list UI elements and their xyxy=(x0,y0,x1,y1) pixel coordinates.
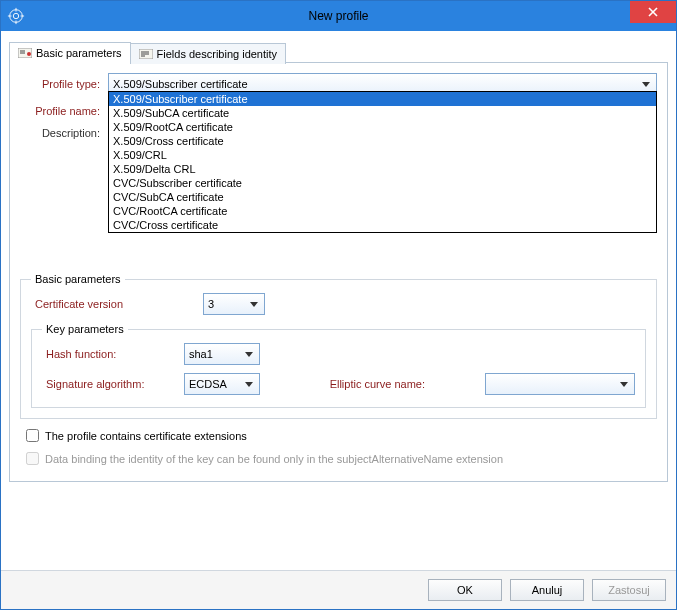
window-title: New profile xyxy=(1,9,676,23)
dropdown-option[interactable]: X.509/SubCA certificate xyxy=(109,106,656,120)
dropdown-option[interactable]: CVC/SubCA certificate xyxy=(109,190,656,204)
extensions-checkbox-label: The profile contains certificate extensi… xyxy=(45,430,247,442)
dropdown-option[interactable]: X.509/Delta CRL xyxy=(109,162,656,176)
hash-function-label: Hash function: xyxy=(46,348,176,360)
signature-algorithm-combo[interactable]: ECDSA xyxy=(184,373,260,395)
binding-checkbox-row: Data binding the identity of the key can… xyxy=(26,452,657,465)
apply-button: Zastosuj xyxy=(592,579,666,601)
title-bar: New profile xyxy=(1,1,676,31)
cert-version-combo[interactable]: 3 xyxy=(203,293,265,315)
cert-icon xyxy=(18,48,32,58)
basic-parameters-legend: Basic parameters xyxy=(31,273,125,285)
extensions-checkbox[interactable] xyxy=(26,429,39,442)
dropdown-option[interactable]: CVC/RootCA certificate xyxy=(109,204,656,218)
dialog-footer: OK Anuluj Zastosuj xyxy=(1,570,676,609)
svg-point-0 xyxy=(10,10,23,23)
cert-sub-icon xyxy=(139,49,153,59)
svg-point-11 xyxy=(27,52,31,56)
app-icon xyxy=(7,7,25,25)
signature-algorithm-label: Signature algorithm: xyxy=(46,378,176,390)
dropdown-option[interactable]: X.509/Subscriber certificate xyxy=(109,92,656,106)
elliptic-curve-label: Elliptic curve name: xyxy=(330,378,425,390)
dropdown-option[interactable]: CVC/Subscriber certificate xyxy=(109,176,656,190)
profile-type-label: Profile type: xyxy=(20,78,100,90)
dropdown-option[interactable]: CVC/Cross certificate xyxy=(109,218,656,232)
profile-type-dropdown[interactable]: X.509/Subscriber certificate X.509/SubCA… xyxy=(108,91,657,233)
tab-strip: Basic parameters Fields describing ident… xyxy=(9,41,668,63)
binding-checkbox xyxy=(26,452,39,465)
ok-button[interactable]: OK xyxy=(428,579,502,601)
key-parameters-legend: Key parameters xyxy=(42,323,128,335)
binding-checkbox-label: Data binding the identity of the key can… xyxy=(45,453,503,465)
dropdown-option[interactable]: X.509/Cross certificate xyxy=(109,134,656,148)
extensions-checkbox-row: The profile contains certificate extensi… xyxy=(26,429,657,442)
cancel-button[interactable]: Anuluj xyxy=(510,579,584,601)
close-button[interactable] xyxy=(630,1,676,23)
basic-parameters-group: Basic parameters Certificate version 3 K… xyxy=(20,273,657,419)
tab-basic-parameters[interactable]: Basic parameters xyxy=(9,42,131,63)
dropdown-option[interactable]: X.509/CRL xyxy=(109,148,656,162)
tab-basic-label: Basic parameters xyxy=(36,47,122,59)
cert-version-label: Certificate version xyxy=(35,298,195,310)
key-parameters-group: Key parameters Hash function: sha1 Signa… xyxy=(31,323,646,408)
tab-identity-label: Fields describing identity xyxy=(157,48,277,60)
profile-name-label: Profile name: xyxy=(20,105,100,117)
tab-panel-basic: Profile type: X.509/Subscriber certifica… xyxy=(9,63,668,482)
description-label: Description: xyxy=(20,127,100,139)
svg-point-1 xyxy=(13,13,18,18)
hash-function-combo[interactable]: sha1 xyxy=(184,343,260,365)
dropdown-option[interactable]: X.509/RootCA certificate xyxy=(109,120,656,134)
tab-identity-fields[interactable]: Fields describing identity xyxy=(130,43,286,64)
elliptic-curve-combo[interactable] xyxy=(485,373,635,395)
